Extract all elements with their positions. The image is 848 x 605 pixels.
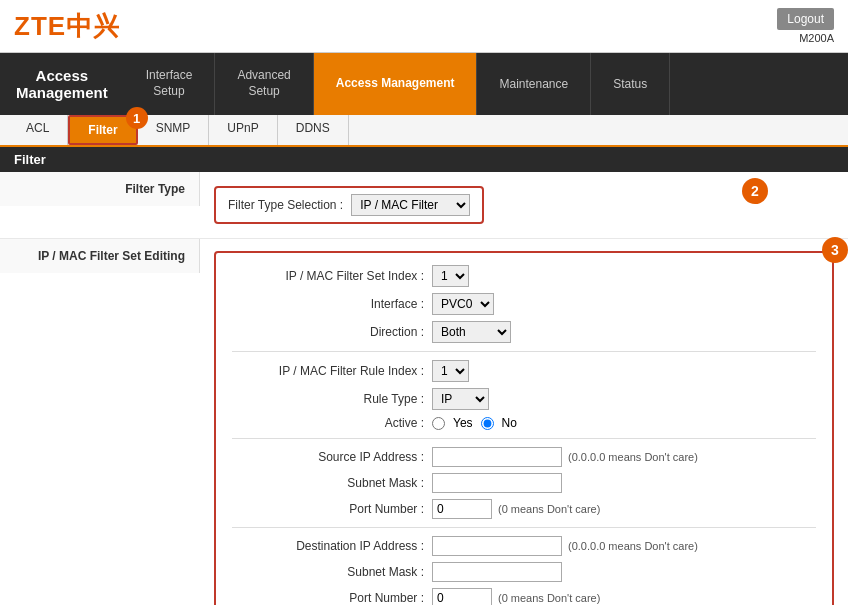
main-content: Filter Filter Type Filter Type Selection… <box>0 147 848 605</box>
active-no-radio[interactable] <box>481 417 494 430</box>
interface-row: Interface : PVC0PVC1PVC2 <box>232 293 816 315</box>
dest-subnet-row: Subnet Mask : <box>232 562 816 582</box>
interface-select[interactable]: PVC0PVC1PVC2 <box>432 293 494 315</box>
rule-index-select[interactable]: 123 <box>432 360 469 382</box>
source-port-label: Port Number : <box>232 502 432 516</box>
rule-index-label: IP / MAC Filter Rule Index : <box>232 364 432 378</box>
dest-port-hint: (0 means Don't care) <box>498 592 600 604</box>
direction-val: BothIncomingOutgoing <box>432 321 515 343</box>
dest-subnet-input[interactable] <box>432 562 562 582</box>
dest-port-val: (0 means Don't care) <box>432 588 600 605</box>
dest-port-row: Port Number : (0 means Don't care) <box>232 588 816 605</box>
badge-3: 3 <box>822 237 848 263</box>
active-val: Yes No <box>432 416 517 430</box>
filter-type-row: Filter Type Filter Type Selection : IP /… <box>0 172 848 239</box>
tab-access-management[interactable]: Access Management <box>314 53 478 115</box>
tab-advanced-setup[interactable]: AdvancedSetup <box>215 53 313 115</box>
separator-2 <box>232 438 816 439</box>
tab-maintenance[interactable]: Maintenance <box>477 53 591 115</box>
source-port-val: (0 means Don't care) <box>432 499 600 519</box>
main-nav: Access Management InterfaceSetup Advance… <box>0 53 848 115</box>
logout-button[interactable]: Logout <box>777 8 834 30</box>
filter-type-select[interactable]: IP / MAC Filter Application Filter URL F… <box>351 194 470 216</box>
active-row: Active : Yes No <box>232 416 816 430</box>
nav-sidebar-line2: Management <box>16 84 108 101</box>
editing-main-box: 3 IP / MAC Filter Set Index : 1234 Inter… <box>214 251 834 605</box>
dest-subnet-val <box>432 562 562 582</box>
ip-mac-set-content: 3 IP / MAC Filter Set Index : 1234 Inter… <box>200 239 848 605</box>
section-filter-header: Filter <box>0 147 848 172</box>
source-subnet-input[interactable] <box>432 473 562 493</box>
source-subnet-val <box>432 473 562 493</box>
rule-index-row: IP / MAC Filter Rule Index : 123 <box>232 360 816 382</box>
source-subnet-row: Subnet Mask : <box>232 473 816 493</box>
nav-tabs: InterfaceSetup AdvancedSetup Access Mana… <box>124 53 848 115</box>
dest-port-input[interactable] <box>432 588 492 605</box>
dest-ip-hint: (0.0.0.0 means Don't care) <box>568 540 698 552</box>
separator-3 <box>232 527 816 528</box>
sub-tab-ddns[interactable]: DDNS <box>278 115 349 145</box>
source-ip-label: Source IP Address : <box>232 450 432 464</box>
rule-type-label: Rule Type : <box>232 392 432 406</box>
set-index-select[interactable]: 1234 <box>432 265 469 287</box>
logo-zte: ZTE <box>14 11 66 41</box>
dest-subnet-label: Subnet Mask : <box>232 565 432 579</box>
logout-area: Logout M200A <box>777 8 834 44</box>
separator-1 <box>232 351 816 352</box>
source-port-input[interactable] <box>432 499 492 519</box>
source-port-hint: (0 means Don't care) <box>498 503 600 515</box>
source-ip-val: (0.0.0.0 means Don't care) <box>432 447 698 467</box>
device-model: M200A <box>777 32 834 44</box>
dest-ip-input[interactable] <box>432 536 562 556</box>
dest-ip-val: (0.0.0.0 means Don't care) <box>432 536 698 556</box>
sub-nav: ACL Filter 1 SNMP UPnP DDNS <box>0 115 848 147</box>
rule-type-row: Rule Type : IPMAC <box>232 388 816 410</box>
direction-select[interactable]: BothIncomingOutgoing <box>432 321 511 343</box>
active-no-label: No <box>502 416 517 430</box>
interface-val: PVC0PVC1PVC2 <box>432 293 498 315</box>
nav-sidebar-line1: Access <box>16 67 108 84</box>
tab-interface-setup[interactable]: InterfaceSetup <box>124 53 216 115</box>
source-ip-input[interactable] <box>432 447 562 467</box>
dest-port-label: Port Number : <box>232 591 432 605</box>
source-port-row: Port Number : (0 means Don't care) <box>232 499 816 519</box>
ip-mac-set-row: IP / MAC Filter Set Editing 3 IP / MAC F… <box>0 239 848 605</box>
dest-ip-row: Destination IP Address : (0.0.0.0 means … <box>232 536 816 556</box>
logo: ZTE中兴 <box>14 9 120 44</box>
rule-index-val: 123 <box>432 360 473 382</box>
active-yes-label: Yes <box>453 416 473 430</box>
dest-ip-label: Destination IP Address : <box>232 539 432 553</box>
ip-mac-set-label: IP / MAC Filter Set Editing <box>0 239 200 273</box>
logo-chinese: 中兴 <box>66 11 120 41</box>
direction-row: Direction : BothIncomingOutgoing <box>232 321 816 343</box>
set-index-row: IP / MAC Filter Set Index : 1234 <box>232 265 816 287</box>
source-subnet-label: Subnet Mask : <box>232 476 432 490</box>
source-ip-hint: (0.0.0.0 means Don't care) <box>568 451 698 463</box>
rule-type-select[interactable]: IPMAC <box>432 388 489 410</box>
sub-tab-upnp[interactable]: UPnP <box>209 115 277 145</box>
tab-status[interactable]: Status <box>591 53 670 115</box>
filter-type-content: Filter Type Selection : IP / MAC Filter … <box>200 172 848 238</box>
filter-type-box: Filter Type Selection : IP / MAC Filter … <box>214 186 484 224</box>
header: ZTE中兴 Logout M200A <box>0 0 848 53</box>
badge-1: 1 <box>126 107 148 129</box>
sub-tab-acl[interactable]: ACL <box>8 115 68 145</box>
interface-label: Interface : <box>232 297 432 311</box>
filter-type-label: Filter Type <box>0 172 200 206</box>
source-ip-row: Source IP Address : (0.0.0.0 means Don't… <box>232 447 816 467</box>
sub-tab-filter[interactable]: Filter 1 <box>68 115 137 145</box>
badge-2: 2 <box>742 178 768 204</box>
direction-label: Direction : <box>232 325 432 339</box>
filter-type-selection-label: Filter Type Selection : <box>228 198 343 212</box>
nav-sidebar-label: Access Management <box>0 53 124 115</box>
set-index-label: IP / MAC Filter Set Index : <box>232 269 432 283</box>
active-yes-radio[interactable] <box>432 417 445 430</box>
active-label: Active : <box>232 416 432 430</box>
set-index-val: 1234 <box>432 265 473 287</box>
sub-tab-snmp[interactable]: SNMP <box>138 115 210 145</box>
rule-type-val: IPMAC <box>432 388 493 410</box>
